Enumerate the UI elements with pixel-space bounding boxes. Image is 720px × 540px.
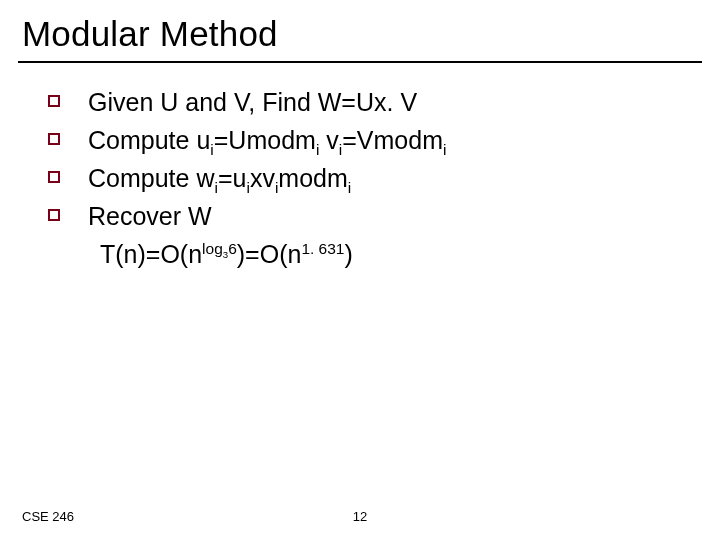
list-item: Given U and V, Find W=Ux. V <box>48 84 690 120</box>
footer-page-number: 12 <box>0 509 720 524</box>
complexity-line: T(n)=O(nlog36)=O(n1. 631) <box>100 236 690 272</box>
square-bullet-icon <box>48 209 60 221</box>
list-item: Compute wi=uixvimodmi <box>48 160 690 196</box>
square-bullet-icon <box>48 133 60 145</box>
bullet-text: Recover W <box>88 198 212 234</box>
title-underline <box>18 61 702 63</box>
bullet-text: Compute wi=uixvimodmi <box>88 160 351 196</box>
slide-title: Modular Method <box>22 14 278 54</box>
square-bullet-icon <box>48 171 60 183</box>
list-item: Recover W <box>48 198 690 234</box>
slide: Modular Method Given U and V, Find W=Ux.… <box>0 0 720 540</box>
bullet-text: Compute ui=Umodmi vi=Vmodmi <box>88 122 446 158</box>
square-bullet-icon <box>48 95 60 107</box>
slide-content: Given U and V, Find W=Ux. V Compute ui=U… <box>48 84 690 272</box>
bullet-text: Given U and V, Find W=Ux. V <box>88 84 417 120</box>
list-item: Compute ui=Umodmi vi=Vmodmi <box>48 122 690 158</box>
